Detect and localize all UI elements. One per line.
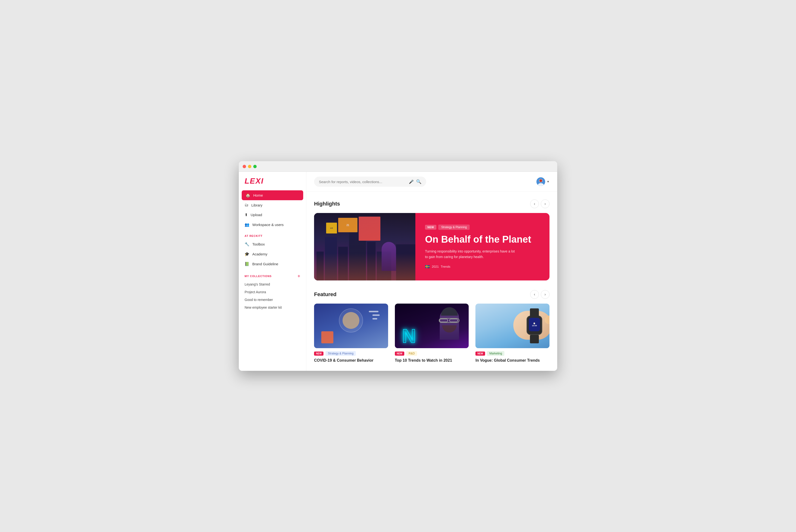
watch-band-bottom — [530, 335, 539, 343]
lens-right — [449, 319, 458, 322]
highlight-image: 21 LG — [314, 213, 415, 281]
highlights-nav-arrows: ‹ › — [530, 200, 549, 208]
card-image-wrapper-2: N — [395, 304, 469, 348]
search-bar[interactable]: 🎤 🔍 — [314, 177, 426, 187]
sidebar-item-library[interactable]: 🗂 Library — [239, 200, 306, 210]
highlight-title: On Behalf of the Planet — [425, 234, 540, 245]
watch-body: ⌚10:09 — [527, 316, 542, 335]
highlight-year: 2021 — [432, 265, 439, 268]
highlight-tags: NEW Strategy & Planning — [425, 225, 540, 230]
card-1-tags: NEW Strategy & Planning — [314, 351, 388, 356]
at-reckitt-label: AT RECKITT — [239, 230, 306, 239]
featured-title: Featured — [314, 291, 337, 298]
card-image-covid — [314, 304, 388, 348]
toolbox-icon: 🔧 — [245, 242, 249, 246]
neon-n: N — [402, 326, 416, 346]
sidebar-item-label-home: Home — [253, 193, 263, 197]
sidebar-item-label-toolbox: Toolbox — [252, 242, 265, 246]
flag-icon: 🇸🇪 — [425, 264, 430, 269]
card-image-wrapper-1 — [314, 304, 388, 348]
home-icon: 🏠 — [246, 193, 250, 197]
sidebar-item-academy[interactable]: 🎓 Academy — [239, 249, 306, 259]
featured-card-vogue[interactable]: ⌚10:09 — [475, 304, 549, 363]
glasses — [439, 318, 459, 323]
collection-item-starred[interactable]: Leyang's Starred — [239, 281, 306, 288]
orange-square — [321, 331, 333, 343]
featured-card-trends[interactable]: N — [395, 304, 469, 363]
sidebar-item-label-workspace: Workspace & users — [252, 223, 284, 227]
brand-icon: 📗 — [245, 262, 249, 266]
main-content: 🎤 🔍 ▼ — [306, 172, 557, 371]
search-icon[interactable]: 🔍 — [416, 179, 421, 184]
mic-icon[interactable]: 🎤 — [409, 179, 414, 184]
sidebar-item-toolbox[interactable]: 🔧 Toolbox — [239, 239, 306, 249]
app-window: LEXI 🏠 Home 🗂 Library ⬆ Upload 👥 Workspa… — [239, 161, 557, 371]
close-btn[interactable] — [243, 165, 246, 168]
watch-band-top — [530, 308, 539, 317]
card-image-vogue: ⌚10:09 — [475, 304, 549, 348]
featured-card-covid[interactable]: NEW Strategy & Planning COVID-19 & Consu… — [314, 304, 388, 363]
title-bar — [239, 161, 557, 172]
sidebar-item-home[interactable]: 🏠 Home — [242, 190, 303, 200]
chevron-down-icon: ▼ — [547, 180, 549, 183]
user-avatar-container[interactable]: ▼ — [537, 177, 549, 186]
highlights-next-button[interactable]: › — [541, 200, 549, 208]
add-collection-button[interactable]: + — [297, 274, 300, 279]
card-2-tags: NEW R&D — [395, 351, 469, 356]
sidebar-item-brand[interactable]: 📗 Brand Guideline — [239, 259, 306, 269]
card-3-tag-category: Marketing — [487, 351, 505, 356]
app-body: LEXI 🏠 Home 🗂 Library ⬆ Upload 👥 Workspa… — [239, 172, 557, 371]
card-2-title: Top 10 Trends to Watch in 2021 — [395, 358, 469, 363]
card-1-tag-category: Strategy & Planning — [325, 351, 356, 356]
featured-nav-arrows: ‹ › — [530, 290, 549, 299]
featured-section-header: Featured ‹ › — [314, 290, 549, 299]
highlight-banner[interactable]: 21 LG NEW Strategy & Planning — [314, 213, 549, 281]
collection-item-aurora[interactable]: Project Aurora — [239, 288, 306, 296]
featured-grid: NEW Strategy & Planning COVID-19 & Consu… — [314, 304, 549, 363]
highlight-type: Trends — [441, 265, 450, 268]
sidebar-item-label-library: Library — [251, 203, 263, 207]
highlight-tag-new: NEW — [425, 225, 436, 230]
featured-prev-button[interactable]: ‹ — [530, 290, 539, 299]
lightning-2 — [373, 315, 380, 316]
highlight-content: NEW Strategy & Planning On Behalf of the… — [415, 213, 549, 281]
sidebar-item-label-upload: Upload — [251, 213, 262, 217]
maximize-btn[interactable] — [253, 165, 257, 168]
lightning-3 — [373, 318, 377, 320]
card-1-title: COVID-19 & Consumer Behavior — [314, 358, 388, 363]
header: 🎤 🔍 ▼ — [306, 172, 557, 192]
sidebar-item-label-academy: Academy — [252, 252, 268, 256]
highlights-title: Highlights — [314, 201, 340, 207]
head-shape — [343, 312, 359, 329]
card-2-tag-new: NEW — [395, 352, 404, 356]
collections-header: MY COLLECTIONS + — [239, 269, 306, 281]
lightning-1 — [369, 311, 378, 312]
academy-icon: 🎓 — [245, 252, 249, 256]
highlight-tag-category: Strategy & Planning — [438, 225, 470, 230]
highlights-prev-button[interactable]: ‹ — [530, 200, 539, 208]
logo[interactable]: LEXI — [239, 177, 306, 190]
search-input[interactable] — [319, 180, 406, 184]
watch-display: ⌚10:09 — [529, 318, 540, 331]
workspace-icon: 👥 — [245, 222, 249, 227]
featured-next-button[interactable]: › — [541, 290, 549, 299]
sidebar: LEXI 🏠 Home 🗂 Library ⬆ Upload 👥 Workspa… — [239, 172, 306, 371]
card-2-tag-category: R&D — [406, 351, 417, 356]
sidebar-item-workspace[interactable]: 👥 Workspace & users — [239, 220, 306, 230]
highlight-description: Turning responsibility into opportunity,… — [425, 249, 517, 260]
highlight-meta: 🇸🇪 2021 Trends — [425, 264, 540, 269]
card-image-trends: N — [395, 304, 469, 348]
card-3-tag-new: NEW — [475, 352, 485, 356]
sidebar-item-upload[interactable]: ⬆ Upload — [239, 210, 306, 220]
content-area: Highlights ‹ › — [306, 192, 557, 371]
user-avatar — [537, 177, 545, 186]
upload-icon: ⬆ — [245, 212, 248, 217]
collection-item-remember[interactable]: Good to remember — [239, 296, 306, 304]
collection-item-starter[interactable]: New employee starter kit — [239, 304, 306, 311]
card-3-title: In Vogue: Global Consumer Trends — [475, 358, 549, 363]
watch-time: ⌚10:09 — [532, 322, 537, 327]
lens-left — [439, 319, 448, 322]
collections-label: MY COLLECTIONS — [245, 275, 272, 278]
minimize-btn[interactable] — [248, 165, 251, 168]
library-icon: 🗂 — [245, 203, 249, 207]
